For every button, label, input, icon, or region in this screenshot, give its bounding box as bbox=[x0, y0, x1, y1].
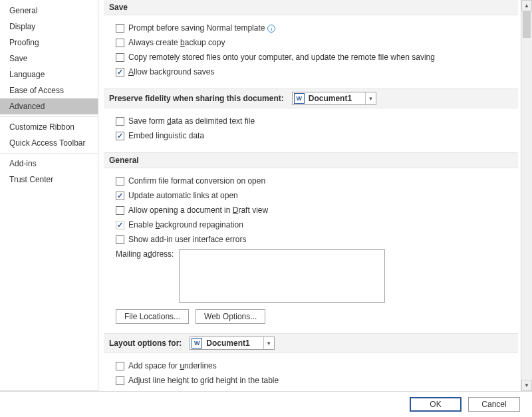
sidebar-item-customize-ribbon[interactable]: Customize Ribbon bbox=[0, 119, 98, 135]
options-content: Save Prompt before saving Normal templat… bbox=[98, 0, 521, 391]
layout-document-combo[interactable]: W Document1 ▼ bbox=[190, 337, 274, 350]
ok-button[interactable]: OK bbox=[410, 397, 462, 412]
label-copy-remote: Copy remotely stored files onto your com… bbox=[128, 51, 435, 63]
sidebar-item-advanced[interactable]: Advanced bbox=[0, 98, 98, 114]
label-mailing-address: Mailing address: bbox=[116, 249, 174, 259]
checkbox-line-height[interactable] bbox=[116, 376, 124, 385]
checkbox-confirm-conversion[interactable] bbox=[116, 177, 124, 186]
label-underlines: Add space for underlines bbox=[128, 360, 217, 372]
mailing-address-input[interactable] bbox=[179, 249, 385, 303]
label-form-data: Save form data as delimited text file bbox=[128, 115, 255, 127]
label-embed-linguistic: Embed linguistic data bbox=[128, 130, 204, 142]
file-locations-button[interactable]: File Locations... bbox=[116, 309, 189, 324]
label-update-links: Update automatic links at open bbox=[128, 190, 238, 202]
sidebar-item-language[interactable]: Language bbox=[0, 67, 98, 82]
checkbox-addin-errors[interactable] bbox=[116, 235, 124, 244]
label-repagination: Enable background repagination bbox=[128, 219, 243, 231]
fidelity-title: Preserve fidelity when sharing this docu… bbox=[109, 94, 284, 103]
sidebar-separator bbox=[0, 153, 98, 154]
info-icon[interactable]: i bbox=[267, 25, 275, 33]
label-prompt-normal: Prompt before saving Normal templatei bbox=[128, 22, 275, 34]
checkbox-copy-remote[interactable] bbox=[116, 53, 124, 62]
checkbox-form-data[interactable] bbox=[116, 117, 124, 126]
sidebar-item-display[interactable]: Display bbox=[0, 19, 98, 35]
cancel-button[interactable]: Cancel bbox=[468, 397, 520, 412]
word-doc-icon: W bbox=[294, 93, 305, 104]
scroll-down-button[interactable]: ▼ bbox=[521, 380, 532, 391]
section-header-save: Save bbox=[104, 0, 518, 15]
checkbox-draft-view[interactable] bbox=[116, 206, 124, 215]
sidebar-separator bbox=[0, 116, 98, 117]
sidebar-item-save[interactable]: Save bbox=[0, 51, 98, 67]
sidebar-item-general[interactable]: General bbox=[0, 3, 98, 19]
chevron-down-icon: ▼ bbox=[263, 337, 274, 349]
scroll-thumb[interactable] bbox=[523, 11, 531, 38]
label-bg-saves: Allow background saves bbox=[128, 66, 214, 78]
fidelity-document-combo[interactable]: W Document1 ▼ bbox=[292, 92, 376, 105]
label-addin-errors: Show add-in user interface errors bbox=[128, 233, 246, 245]
section-header-fidelity: Preserve fidelity when sharing this docu… bbox=[104, 88, 518, 108]
dialog-footer: OK Cancel bbox=[0, 391, 532, 417]
category-sidebar: General Display Proofing Save Language E… bbox=[0, 0, 98, 391]
sidebar-item-ease-of-access[interactable]: Ease of Access bbox=[0, 82, 98, 98]
chevron-down-icon: ▼ bbox=[365, 92, 376, 104]
vertical-scrollbar[interactable]: ▲ ▼ bbox=[521, 0, 532, 391]
checkbox-embed-linguistic[interactable] bbox=[116, 132, 124, 140]
checkbox-prompt-normal[interactable] bbox=[116, 24, 124, 33]
label-backup: Always create backup copy bbox=[128, 37, 225, 49]
checkbox-repagination bbox=[116, 221, 124, 229]
sidebar-item-trust-center[interactable]: Trust Center bbox=[0, 172, 98, 188]
sidebar-item-quick-access-toolbar[interactable]: Quick Access Toolbar bbox=[0, 135, 98, 151]
checkbox-update-links[interactable] bbox=[116, 192, 124, 200]
scroll-track[interactable] bbox=[521, 11, 532, 380]
word-doc-icon: W bbox=[192, 338, 202, 348]
checkbox-backup[interactable] bbox=[116, 39, 124, 47]
label-line-height: Adjust line height to grid height in the… bbox=[128, 374, 279, 386]
scroll-up-button[interactable]: ▲ bbox=[521, 0, 532, 11]
web-options-button[interactable]: Web Options... bbox=[196, 309, 265, 324]
layout-title: Layout options for: bbox=[109, 339, 182, 348]
label-draft-view: Allow opening a document in Draft view bbox=[128, 204, 268, 216]
checkbox-bg-saves[interactable] bbox=[116, 68, 124, 76]
section-header-general: General bbox=[104, 152, 518, 168]
sidebar-item-proofing[interactable]: Proofing bbox=[0, 35, 98, 51]
checkbox-underlines[interactable] bbox=[116, 362, 124, 370]
section-header-layout: Layout options for: W Document1 ▼ bbox=[104, 333, 518, 353]
sidebar-item-add-ins[interactable]: Add-ins bbox=[0, 156, 98, 172]
label-confirm-conversion: Confirm file format conversion on open bbox=[128, 175, 265, 187]
